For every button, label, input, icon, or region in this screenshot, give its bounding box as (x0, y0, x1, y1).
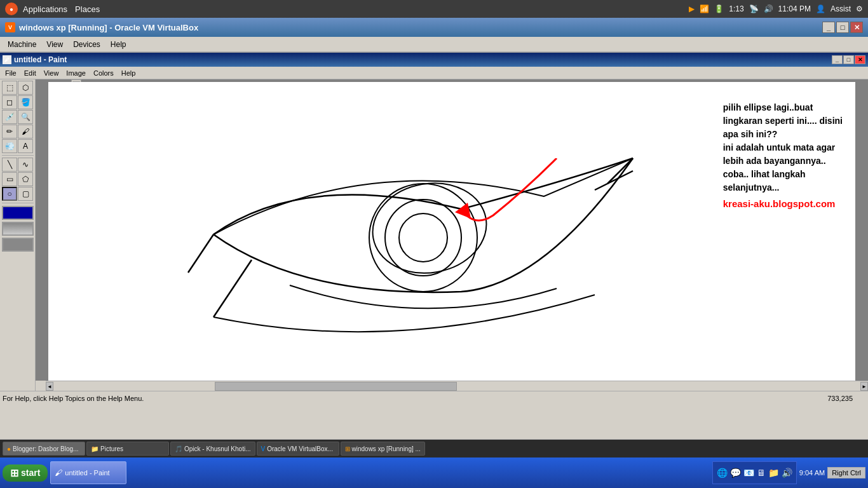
paint-title-icon: 🖌 (3, 55, 11, 64)
annotation-link: kreasi-aku.blogspot.com (723, 197, 843, 212)
paint-minimize-button[interactable]: _ (832, 55, 843, 64)
paint-main-area: ⬚ ⬡ ◻ 🪣 💉 🔍 ✏ 🖌 💨 A ╲ ∿ (0, 79, 868, 391)
bottom-taskbar: ● Blogger: Dasbor Blog... 📁 Pictures 🎵 O… (0, 440, 868, 458)
tool-row-7: ▭ ⬠ (2, 172, 33, 186)
user-icon[interactable]: 👤 (816, 4, 825, 13)
clock-time: 9:04 AM (799, 469, 825, 477)
battery-icon: 🔋 (714, 4, 724, 13)
vbox-title: windows xp [Running] - Oracle VM Virtual… (19, 23, 198, 32)
vbox-view-menu[interactable]: View (41, 39, 68, 50)
line-tool[interactable]: ╲ (2, 158, 17, 172)
pictures-icon: 📁 (91, 445, 98, 452)
bottom-pictures-item[interactable]: 📁 Pictures (86, 442, 169, 456)
speaker-icon: 🔊 (782, 468, 792, 478)
paint-colors-menu[interactable]: Colors (90, 69, 118, 78)
ubuntu-topbar-left: ● Applications Places (5, 3, 100, 15)
ellipse-tool selected[interactable]: ○ (2, 187, 17, 201)
svg-point-2 (399, 214, 447, 262)
horizontal-scrollbar[interactable]: ◄ ► (46, 381, 868, 391)
vbox-close-button[interactable]: ✕ (850, 22, 863, 33)
scroll-thumb-h[interactable] (215, 382, 457, 391)
network-icon[interactable]: 📶 (700, 4, 709, 13)
apps-menu[interactable]: Applications (23, 4, 67, 14)
annotation-line2: lingkaran seperti ini.... disini (723, 114, 843, 128)
clock: 11:04 PM (778, 4, 811, 13)
roundrect-tool[interactable]: ▢ (18, 187, 33, 201)
vbox-help-menu[interactable]: Help (105, 39, 132, 50)
mail-icon: 📧 (743, 468, 754, 478)
paint-image-menu[interactable]: Image (62, 69, 90, 78)
taskbar-item-paint[interactable]: 🖌 untitled - Paint (50, 461, 126, 484)
ubuntu-logo-icon[interactable]: ● (5, 3, 18, 15)
volume-icon[interactable]: 🔊 (764, 4, 773, 13)
tool-separator-1 (2, 155, 34, 156)
annotation-line4: ini adalah untuk mata agar (723, 141, 843, 154)
vlc-icon[interactable]: ▶ (689, 4, 695, 13)
right-ctrl-indicator: Right Ctrl (827, 467, 865, 478)
settings-icon[interactable]: ⚙ (856, 4, 863, 13)
wifi-icon[interactable]: 📡 (749, 4, 759, 13)
annotation-line7: selanjutnya... (723, 181, 843, 194)
curve-tool[interactable]: ∿ (18, 158, 33, 172)
start-button[interactable]: ⊞ start (3, 464, 48, 482)
select-rect-tool[interactable]: ⬚ (2, 81, 17, 95)
brush-tool[interactable]: 🖌 (18, 125, 33, 139)
paint-file-menu[interactable]: File (1, 69, 20, 78)
eraser-tool[interactable]: ◻ (2, 95, 17, 109)
fill-style-none[interactable] (2, 238, 34, 252)
polygon-tool[interactable]: ⬠ (18, 172, 33, 186)
select-free-tool[interactable]: ⬡ (18, 81, 33, 95)
paint-canvas[interactable]: pilih ellipse lagi..buat lingkaran seper… (48, 82, 855, 381)
paint-edit-menu[interactable]: Edit (20, 69, 40, 78)
svg-marker-4 (455, 203, 471, 219)
eyedropper-tool[interactable]: 💉 (2, 110, 17, 124)
tool-row-4: ✏ 🖌 (2, 125, 33, 139)
folder2-icon: 📁 (768, 468, 779, 478)
magnify-tool[interactable]: 🔍 (18, 110, 33, 124)
bottom-media-item[interactable]: 🎵 Opick - Khusnul Khoti... (170, 442, 255, 456)
places-menu[interactable]: Places (75, 4, 100, 14)
vbox-machine-menu[interactable]: Machine (3, 39, 41, 50)
scroll-track-h (53, 382, 860, 391)
text-tool[interactable]: A (18, 139, 33, 153)
vbox-minimize-button[interactable]: _ (822, 22, 835, 33)
vbox2-icon: V (261, 445, 266, 452)
vbox-devices-menu[interactable]: Devices (68, 39, 105, 50)
canvas-wrapper[interactable]: ▲ ▼ (36, 79, 868, 381)
tool-row-1: ⬚ ⬡ (2, 81, 33, 95)
tool-row-3: 💉 🔍 (2, 110, 33, 124)
vbox-titlebar-controls: _ □ ✕ (822, 22, 863, 33)
bottom-winxp-item[interactable]: ⊞ windows xp [Running] ... (341, 442, 425, 456)
assist-label[interactable]: Assist (831, 4, 851, 13)
annotation-line5: lebih ada bayangannya.. (723, 154, 843, 168)
statusbar-help: For Help, click Help Topics on the Help … (3, 395, 827, 402)
fill-style-solid[interactable] (2, 206, 34, 220)
ubuntu-topbar-right: ▶ 📶 🔋 1:13 📡 🔊 11:04 PM 👤 Assist ⚙ (689, 4, 863, 13)
tool-separator-2 (2, 203, 34, 203)
red-arrow (442, 158, 569, 254)
start-label: start (21, 468, 40, 478)
paint-view-menu[interactable]: View (40, 69, 63, 78)
vbox-maximize-button[interactable]: □ (836, 22, 849, 33)
paint-help-menu[interactable]: Help (118, 69, 140, 78)
bottom-vbox-item[interactable]: V Oracle VM VirtualBox... (257, 442, 339, 456)
ubuntu-topbar: ● Applications Places ▶ 📶 🔋 1:13 📡 🔊 11:… (0, 0, 868, 18)
vbox-label: Oracle VM VirtualBox... (267, 445, 333, 452)
airbrush-tool[interactable]: 💨 (2, 139, 17, 153)
scroll-right-button[interactable]: ► (860, 382, 868, 391)
paint-close-button[interactable]: ✕ (855, 55, 865, 64)
paint-restore-button[interactable]: □ (843, 55, 854, 64)
chrome-icon: ● (7, 445, 11, 452)
paint-titlebar: 🖌 untitled - Paint _ □ ✕ (0, 53, 868, 67)
fill-tool[interactable]: 🪣 (18, 95, 33, 109)
tool-row-6: ╲ ∿ (2, 158, 33, 172)
scroll-left-button[interactable]: ◄ (46, 382, 53, 391)
paint-titlebar-controls: _ □ ✕ (832, 55, 865, 64)
bottom-chrome-item[interactable]: ● Blogger: Dasbor Blog... (3, 442, 85, 456)
battery-time: 1:13 (729, 4, 743, 13)
fill-style-gradient[interactable] (2, 222, 34, 236)
media-label: Opick - Khusnul Khoti... (184, 445, 251, 452)
rect-tool[interactable]: ▭ (2, 172, 17, 186)
vbox-menubar: Machine View Devices Help (0, 37, 868, 52)
pencil-tool[interactable]: ✏ (2, 125, 17, 139)
